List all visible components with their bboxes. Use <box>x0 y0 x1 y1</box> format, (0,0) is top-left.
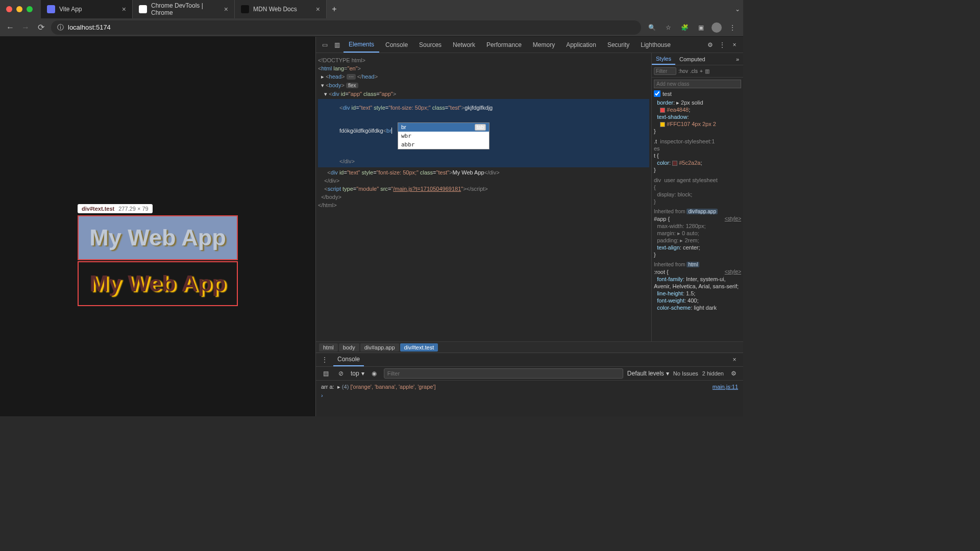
computed-toggle-icon[interactable]: ▥ <box>705 68 709 74</box>
styles-tabs: Styles Computed » <box>652 53 743 65</box>
tab-elements[interactable]: Elements <box>344 37 379 53</box>
console-sidebar-icon[interactable]: ▤ <box>320 370 331 377</box>
execution-context[interactable]: top ▾ <box>351 370 364 377</box>
hidden-badge[interactable]: 2 hidden <box>702 370 724 377</box>
autocomplete-popup[interactable]: brtab wbr abbr <box>398 122 489 149</box>
tab-application[interactable]: Application <box>561 37 601 53</box>
tab-memory[interactable]: Memory <box>528 37 560 53</box>
autocomplete-item-br[interactable]: brtab <box>398 123 489 132</box>
tab-sources[interactable]: Sources <box>414 37 447 53</box>
tab-lighthouse[interactable]: Lighthouse <box>635 37 676 53</box>
reload-button[interactable]: ⟳ <box>36 22 46 32</box>
extensions-icon[interactable]: 🧩 <box>679 24 690 31</box>
close-icon[interactable]: × <box>729 356 740 363</box>
styles-filter-input[interactable] <box>654 67 676 75</box>
device-mode-icon[interactable]: ▥ <box>331 41 342 48</box>
chevron-down-icon: ▾ <box>361 370 364 377</box>
tab-security[interactable]: Security <box>602 37 634 53</box>
minimize-window[interactable] <box>16 6 22 12</box>
console-output[interactable]: main.js:11 arr a: ▸ (4) ['orange', 'bana… <box>316 381 743 416</box>
autocomplete-item-abbr[interactable]: abbr <box>398 140 489 149</box>
class-toggle-row[interactable]: test <box>654 90 741 97</box>
site-info-icon[interactable]: ⓘ <box>57 23 64 32</box>
color-swatch[interactable] <box>660 108 665 113</box>
body-close-node[interactable]: </body> <box>318 193 649 201</box>
menu-icon[interactable]: ⋮ <box>727 24 738 31</box>
profile-avatar[interactable] <box>712 22 722 33</box>
close-icon[interactable]: × <box>224 5 228 13</box>
log-length: (4) <box>342 384 349 390</box>
devtools-panel: ▭ ▥ Elements Console Sources Network Per… <box>315 37 743 416</box>
class-checkbox[interactable] <box>654 90 660 97</box>
app-close-node[interactable]: </div> <box>318 177 649 185</box>
console-filter-input[interactable] <box>384 368 623 379</box>
console-log-row[interactable]: main.js:11 arr a: ▸ (4) ['orange', 'bana… <box>321 384 738 390</box>
inspect-icon[interactable]: ▭ <box>319 41 330 48</box>
mdn-icon <box>241 5 249 13</box>
rule-test[interactable]: border: ▸ 2px solid #ea4848; text-shadow… <box>654 99 741 135</box>
drawer-more-icon[interactable]: ⋮ <box>319 356 330 363</box>
gear-icon[interactable]: ⚙ <box>728 370 739 377</box>
html-close-node[interactable]: </html> <box>318 201 649 209</box>
tab-vite-app[interactable]: Vite App × <box>41 0 133 18</box>
clear-console-icon[interactable]: ⊘ <box>335 370 347 377</box>
side-panel-icon[interactable]: ▣ <box>695 24 706 31</box>
search-icon[interactable]: 🔍 <box>646 24 657 31</box>
new-tab-button[interactable]: + <box>327 0 342 18</box>
text2-node[interactable]: <div id="text" style="font-size: 50px;" … <box>318 168 649 177</box>
inherited-app[interactable]: Inherited from div#app.app #app { <style… <box>654 208 741 258</box>
app-div-node[interactable]: ▾ <div id="app" class="app"> <box>318 90 649 98</box>
tab-computed[interactable]: Computed <box>675 53 709 65</box>
styles-rules[interactable]: test border: ▸ 2px solid #ea4848; text-s… <box>652 78 743 341</box>
browser-tabs: Vite App × Chrome DevTools | Chrome × MD… <box>41 0 342 18</box>
more-icon[interactable]: ⋮ <box>717 41 728 48</box>
maximize-window[interactable] <box>27 6 33 12</box>
add-class-input[interactable] <box>654 80 741 88</box>
console-prompt[interactable]: › <box>321 392 738 398</box>
color-swatch[interactable] <box>672 161 677 166</box>
rule-div-ua[interactable]: div user agent stylesheet { display: blo… <box>654 177 741 205</box>
inherited-html[interactable]: Inherited from html :root { <style> font… <box>654 261 741 311</box>
doctype-node[interactable]: <!DOCTYPE html> <box>318 56 649 64</box>
tab-console[interactable]: Console <box>380 37 413 53</box>
cls-toggle[interactable]: .cls <box>690 68 698 74</box>
close-icon[interactable]: × <box>316 5 320 13</box>
script-node[interactable]: <script type="module" src="/main.js?t=17… <box>318 185 649 193</box>
body-node[interactable]: ▾ <body> flex <box>318 81 649 90</box>
close-window[interactable] <box>6 6 12 12</box>
live-expression-icon[interactable]: ◉ <box>369 370 380 377</box>
more-tabs-icon[interactable]: » <box>732 53 743 65</box>
tab-performance[interactable]: Performance <box>481 37 527 53</box>
tab-mdn[interactable]: MDN Web Docs × <box>235 0 327 18</box>
dom-tree[interactable]: <!DOCTYPE html> <html lang="en"> ▸ <head… <box>316 53 651 341</box>
crumb-app[interactable]: div#app.app <box>360 343 399 352</box>
crumb-html[interactable]: html <box>319 343 338 352</box>
crumb-body[interactable]: body <box>339 343 359 352</box>
address-bar[interactable]: ⓘ localhost:5174 <box>51 20 641 35</box>
gear-icon[interactable]: ⚙ <box>704 41 716 48</box>
dom-breadcrumbs: html body div#app.app div#text.test <box>316 341 743 353</box>
head-node[interactable]: ▸ <head> ⋯ </head> <box>318 72 649 81</box>
autocomplete-item-wbr[interactable]: wbr <box>398 132 489 140</box>
bookmark-icon[interactable]: ☆ <box>663 24 674 31</box>
close-icon[interactable]: × <box>122 5 126 13</box>
forward-button[interactable]: → <box>20 23 31 32</box>
log-levels[interactable]: Default levels ▾ <box>627 370 669 377</box>
back-button[interactable]: ← <box>5 23 15 32</box>
source-link[interactable]: main.js:11 <box>713 384 738 390</box>
drawer-tab-console[interactable]: Console <box>333 353 364 366</box>
new-rule-icon[interactable]: + <box>700 68 703 74</box>
styles-sidebar: Styles Computed » :hov .cls + ▥ test <box>651 53 743 341</box>
close-icon[interactable]: × <box>729 41 740 48</box>
tab-network[interactable]: Network <box>448 37 480 53</box>
html-node[interactable]: <html lang="en"> <box>318 64 649 72</box>
rule-t[interactable]: .t inspector-stylesheet:1 es t { color: … <box>654 138 741 173</box>
tab-devtools-docs[interactable]: Chrome DevTools | Chrome × <box>133 0 235 18</box>
styles-toolbar: :hov .cls + ▥ <box>652 65 743 78</box>
color-swatch[interactable] <box>660 122 665 127</box>
chevron-down-icon[interactable]: ⌄ <box>732 6 743 13</box>
hov-toggle[interactable]: :hov <box>678 68 688 74</box>
issues-badge[interactable]: No Issues <box>673 370 698 377</box>
crumb-text[interactable]: div#text.test <box>400 343 438 352</box>
tab-styles[interactable]: Styles <box>652 53 675 65</box>
